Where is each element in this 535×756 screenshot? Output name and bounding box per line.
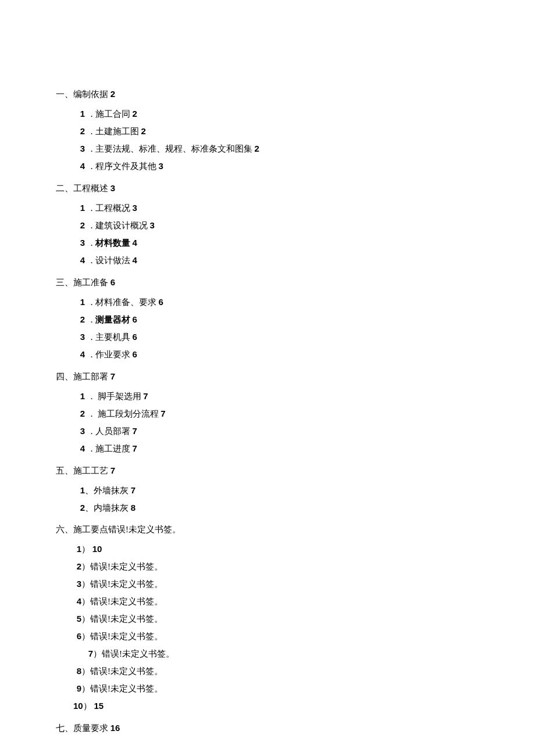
- item-num: 7: [85, 646, 93, 661]
- toc-item: 2 ．测量器材 6: [77, 311, 498, 328]
- item-num: 3: [77, 141, 85, 156]
- item-page: 7: [131, 485, 135, 495]
- item-sep: ）: [81, 684, 90, 693]
- item-sep: 、: [85, 486, 94, 495]
- item-page: 6: [133, 332, 137, 342]
- item-page: 7: [160, 409, 165, 418]
- toc-heading-3: 三、施工准备 6: [56, 274, 498, 291]
- item-title: 作业要求: [95, 350, 130, 359]
- heading-prefix: 七、: [56, 723, 73, 733]
- item-num: 8: [73, 663, 81, 679]
- item-sep: ）: [81, 562, 90, 571]
- heading-title: 质量要求: [73, 723, 108, 733]
- item-page: 6: [159, 297, 163, 307]
- item-title: 人员部署: [95, 427, 130, 436]
- toc-heading-2: 二、工程概述 3: [56, 180, 498, 196]
- item-title: 主要机具: [95, 332, 130, 342]
- toc-item: 3 ．主要机具 6: [77, 329, 498, 345]
- item-num: 5: [73, 611, 81, 626]
- item-page: 2: [141, 126, 146, 136]
- item-title: 错误!未定义书签。: [102, 649, 174, 658]
- item-page: 2: [133, 109, 137, 119]
- heading-prefix: 一、: [56, 89, 73, 99]
- toc-item: 4 ．设计做法 4: [77, 252, 498, 268]
- item-sep: ）: [81, 597, 90, 606]
- toc-item: 1 ．工程概况 3: [77, 200, 498, 216]
- toc-heading-4: 四、施工部署 7: [56, 368, 498, 385]
- item-num: 2: [77, 123, 85, 139]
- item-num: 1: [73, 541, 81, 557]
- item-num: 1: [77, 482, 85, 498]
- item-sep: ）: [81, 579, 90, 589]
- toc-subitems-6: 1） 10 2）错误!未定义书签。 3）错误!未定义书签。 4）错误!未定义书签…: [56, 541, 498, 714]
- heading-title: 编制依据: [73, 89, 108, 99]
- item-num: 4: [77, 440, 85, 456]
- item-title: 建筑设计概况: [95, 221, 148, 230]
- toc-item: 9）错误!未定义书签。: [73, 680, 498, 697]
- item-num: 4: [77, 158, 85, 174]
- item-num: 4: [73, 593, 81, 609]
- item-sep: ．: [87, 141, 95, 157]
- item-title: 材料准备、要求: [95, 298, 156, 307]
- toc-item: 5）错误!未定义书签。: [73, 611, 498, 627]
- item-title: 错误!未定义书签。: [90, 562, 163, 571]
- toc-item: 6）错误!未定义书签。: [73, 628, 498, 644]
- item-sep: ．: [87, 124, 95, 139]
- toc-item: 4）错误!未定义书签。: [73, 593, 498, 610]
- item-sep: ）: [81, 632, 90, 641]
- item-page: 8: [131, 503, 135, 513]
- heading-prefix: 四、: [56, 372, 73, 381]
- toc-item: 1 ．材料准备、要求 6: [77, 294, 498, 310]
- toc-item: 2 ．土建施工图 2: [77, 123, 498, 139]
- item-num: 2: [77, 406, 85, 421]
- item-page: 10: [92, 544, 102, 554]
- item-title: 施工段划分流程: [95, 409, 159, 418]
- item-sep: ．: [87, 312, 95, 328]
- item-sep: ．: [87, 253, 95, 268]
- item-num: 3: [77, 329, 85, 345]
- item-title: 材料数量: [95, 238, 130, 248]
- heading-prefix: 六、: [56, 525, 73, 534]
- toc-item: 2）错误!未定义书签。: [73, 558, 498, 575]
- item-title: 外墙抹灰: [94, 486, 129, 495]
- item-page: 3: [133, 203, 137, 213]
- toc-item: 2 ．建筑设计概况 3: [77, 217, 498, 234]
- item-sep: ．: [87, 295, 95, 310]
- item-title: 错误!未定义书签。: [90, 667, 163, 676]
- item-page: 6: [133, 314, 137, 324]
- item-num: 9: [73, 680, 81, 696]
- item-title: 内墙抹灰: [94, 503, 129, 513]
- toc-item: 4 ．作业要求 6: [77, 346, 498, 363]
- item-title: 土建施工图: [95, 127, 139, 136]
- heading-page: 6: [110, 277, 115, 287]
- item-title: 施工进度: [95, 444, 130, 453]
- item-sep: 、: [85, 503, 94, 513]
- toc-subitems-1: 1 ．施工合同 2 2 ．土建施工图 2 3 ．主要法规、标准、规程、标准条文和…: [56, 106, 498, 174]
- item-sep: ．: [87, 218, 95, 234]
- item-title: 错误!未定义书签。: [90, 579, 163, 589]
- item-title: 错误!未定义书签。: [90, 632, 163, 641]
- item-title: 错误!未定义书签。: [90, 684, 163, 693]
- heading-prefix: 二、: [56, 184, 73, 193]
- item-sep: ）: [93, 649, 102, 658]
- item-page: 7: [133, 443, 137, 453]
- item-num: 2: [77, 500, 85, 515]
- item-title: 设计做法: [95, 256, 130, 265]
- toc-item: 7）错误!未定义书签。: [73, 646, 498, 662]
- item-num: 2: [73, 558, 81, 574]
- item-num: 2: [77, 217, 85, 233]
- heading-page: 2: [110, 89, 115, 99]
- heading-page: 7: [110, 465, 115, 475]
- toc-item: 3 ．主要法规、标准、规程、标准条文和图集 2: [77, 141, 498, 157]
- item-sep: ．: [87, 347, 95, 363]
- item-sep: ．: [87, 200, 95, 216]
- item-sep: ．: [87, 441, 95, 457]
- heading-page: 7: [110, 371, 115, 381]
- toc-item: 3）错误!未定义书签。: [73, 576, 498, 592]
- toc-heading-5: 五、施工工艺 7: [56, 463, 498, 479]
- toc-item: 1） 10: [73, 541, 498, 557]
- item-sep: ．: [87, 329, 95, 345]
- item-sep: ．: [87, 389, 95, 404]
- toc-item: 8）错误!未定义书签。: [73, 663, 498, 679]
- item-title: 错误!未定义书签。: [90, 614, 163, 624]
